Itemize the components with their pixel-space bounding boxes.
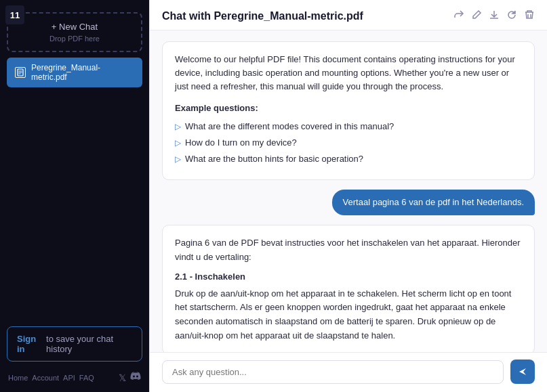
sign-in-box[interactable]: Sign in to save your chat history xyxy=(7,326,142,362)
example-text-3: What are the button hints for basic oper… xyxy=(185,152,363,166)
twitter-icon[interactable]: 𝕏 xyxy=(119,372,126,383)
pdf-item-label: Peregrine_Manual-metric.pdf xyxy=(31,63,134,82)
sidebar: + New Chat Drop PDF here Peregrine_Manua… xyxy=(0,0,149,392)
example-item-1[interactable]: ▷ What are the different modes covered i… xyxy=(175,120,522,133)
user-message: Vertaal pagina 6 van de pdf in het Neder… xyxy=(162,190,535,215)
pdf-icon xyxy=(15,67,26,78)
assistant-intro: Pagina 6 van de PDF bevat instructies vo… xyxy=(175,236,522,265)
send-button[interactable] xyxy=(510,360,535,384)
messages-area: Welcome to our helpful PDF file! This do… xyxy=(150,30,547,352)
sidebar-footer: Home Account API FAQ 𝕏 xyxy=(7,367,142,385)
download-icon[interactable] xyxy=(489,9,500,23)
header-icons xyxy=(453,9,535,23)
assistant-section-title: 2.1 - Inschakelen xyxy=(175,270,522,284)
delete-icon[interactable] xyxy=(524,9,535,23)
share-icon[interactable] xyxy=(453,9,464,23)
arrow-icon-3: ▷ xyxy=(175,153,181,166)
sidebar-spacer xyxy=(7,93,142,321)
edit-icon[interactable] xyxy=(471,9,482,23)
main-area: Chat with Peregrine_Manual-metric.pdf xyxy=(149,0,547,392)
badge-number: 11 xyxy=(5,5,24,24)
footer-links: Home Account API FAQ xyxy=(8,374,94,382)
example-item-2[interactable]: ▷ How do I turn on my device? xyxy=(175,136,522,150)
new-chat-button[interactable]: + New Chat Drop PDF here xyxy=(7,12,142,52)
drop-pdf-label: Drop PDF here xyxy=(49,35,100,43)
arrow-icon-2: ▷ xyxy=(175,137,181,150)
example-text-1: What are the different modes covered in … xyxy=(185,120,394,133)
welcome-text: Welcome to our helpful PDF file! This do… xyxy=(175,53,522,93)
chat-input[interactable] xyxy=(162,360,504,384)
chat-header: Chat with Peregrine_Manual-metric.pdf xyxy=(150,0,547,30)
footer-home[interactable]: Home xyxy=(8,374,28,382)
input-bar xyxy=(150,352,547,392)
footer-faq[interactable]: FAQ xyxy=(79,374,94,382)
discord-icon[interactable] xyxy=(130,371,141,384)
assistant-card: Pagina 6 van de PDF bevat instructies vo… xyxy=(162,225,535,352)
arrow-icon-1: ▷ xyxy=(175,121,181,133)
footer-account[interactable]: Account xyxy=(32,374,59,382)
refresh-icon[interactable] xyxy=(506,9,517,23)
example-item-3[interactable]: ▷ What are the button hints for basic op… xyxy=(175,152,522,166)
welcome-card: Welcome to our helpful PDF file! This do… xyxy=(162,41,535,180)
example-questions: Example questions: ▷ What are the differ… xyxy=(175,102,522,166)
assistant-body: Druk op de aan/uit-knop om het apparaat … xyxy=(175,287,522,343)
sign-in-link[interactable]: Sign in xyxy=(17,334,43,354)
example-text-2: How do I turn on my device? xyxy=(185,136,297,150)
pdf-item[interactable]: Peregrine_Manual-metric.pdf xyxy=(7,58,142,87)
new-chat-label: + New Chat xyxy=(52,22,98,32)
footer-icons: 𝕏 xyxy=(119,371,141,384)
footer-api[interactable]: API xyxy=(63,374,75,382)
user-bubble: Vertaal pagina 6 van de pdf in het Neder… xyxy=(332,190,535,215)
example-title: Example questions: xyxy=(175,102,522,115)
chat-title: Chat with Peregrine_Manual-metric.pdf xyxy=(162,10,363,22)
sign-in-suffix: to save your chat history xyxy=(46,334,132,354)
